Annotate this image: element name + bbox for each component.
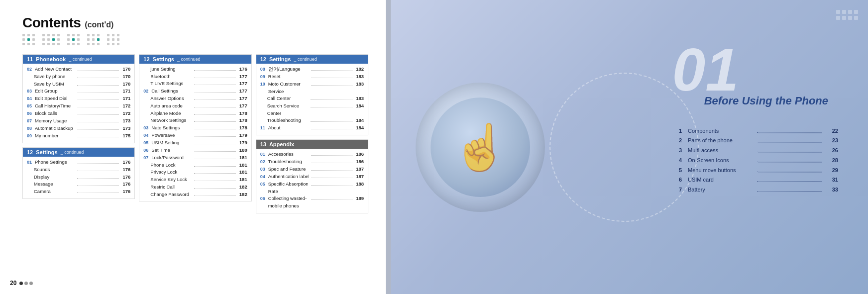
section-appendix: 13 Appendix 01Accessories186 02Troublesh… bbox=[256, 139, 368, 213]
chapter-number: 01 bbox=[672, 40, 739, 99]
section-settings-col2-content: june Setting176 Bluetooth177 T LIVE Sett… bbox=[139, 64, 251, 201]
toc-entry: 05Call History/Time172 bbox=[27, 102, 130, 110]
section-settings-col3: 12 Settings _ continued 08언어/Language182… bbox=[256, 54, 368, 135]
toc-entry: 04Powersave179 bbox=[143, 132, 247, 139]
page-dot-1 bbox=[19, 282, 23, 285]
dot bbox=[37, 34, 40, 36]
toc-entry: 02Call Settings177 bbox=[143, 88, 247, 95]
page-dot-2 bbox=[24, 282, 28, 285]
dot bbox=[77, 43, 80, 45]
dot-row-2 bbox=[22, 38, 368, 41]
toc-entry: T LIVE Settings177 bbox=[143, 80, 247, 88]
section-appendix-content: 01Accessories186 02Troubleshooting186 03… bbox=[256, 149, 368, 213]
page-dot-3 bbox=[29, 282, 33, 285]
toc-entry: june Setting176 bbox=[143, 66, 247, 73]
section-settings-col1-header: 12 Settings _ continued bbox=[23, 148, 134, 157]
dot bbox=[107, 34, 109, 36]
dot bbox=[52, 34, 55, 36]
dot bbox=[27, 34, 30, 36]
dot bbox=[97, 43, 100, 45]
toc-entry: 09My number175 bbox=[27, 132, 130, 140]
right-toc-entry: 2 Parts of the phone 23 bbox=[679, 136, 838, 146]
right-page: ☝ 01 Before Using the Phone 1 Components… bbox=[391, 0, 868, 294]
dot-row-1 bbox=[22, 34, 368, 36]
toc-entry: 04Edit Speed Dial171 bbox=[27, 95, 130, 102]
dot bbox=[57, 43, 60, 45]
toc-entry: Answer Options177 bbox=[143, 95, 247, 102]
toc-entry: Auto area code177 bbox=[143, 102, 247, 110]
toc-entry: 05Specific Absorption Rate188 bbox=[260, 181, 364, 195]
right-toc: 1 Components 22 2 Parts of the phone 23 … bbox=[679, 126, 838, 196]
corner-dot bbox=[854, 16, 858, 20]
toc-entry: Bluetooth177 bbox=[143, 73, 247, 81]
dot bbox=[67, 34, 70, 36]
dot bbox=[92, 34, 95, 36]
dot bbox=[62, 43, 65, 45]
dot bbox=[87, 43, 90, 45]
right-toc-entry: 5 Menu move buttons 29 bbox=[679, 166, 838, 176]
corner-decoration bbox=[836, 10, 858, 20]
toc-entry: 11About184 bbox=[260, 124, 364, 132]
toc-entry: 01Phone Settings176 bbox=[27, 159, 130, 166]
section-phonebook: 11 Phonebook _ continued 02Add New Conta… bbox=[22, 54, 135, 143]
toc-entry: Camera176 bbox=[27, 188, 130, 196]
page-spine bbox=[386, 0, 391, 294]
dot bbox=[37, 43, 40, 45]
columns-wrapper: 11 Phonebook _ continued 02Add New Conta… bbox=[22, 54, 368, 279]
corner-dot bbox=[836, 16, 840, 20]
toc-entry: Display176 bbox=[27, 174, 130, 181]
dot bbox=[117, 38, 119, 41]
column-3: 12 Settings _ continued 08언어/Language182… bbox=[256, 54, 368, 279]
dot bbox=[47, 43, 50, 45]
dot bbox=[87, 34, 90, 36]
toc-entry: Message176 bbox=[27, 181, 130, 188]
page-title-sub: (cont'd) bbox=[85, 20, 113, 29]
toc-entry: Change Password182 bbox=[143, 191, 247, 198]
toc-entry: Privacy Lock181 bbox=[143, 169, 247, 176]
section-phonebook-content: 02Add New Contact170 Save by phone170 Sa… bbox=[23, 64, 134, 143]
dot bbox=[42, 34, 45, 36]
section-phonebook-continued: _ continued bbox=[69, 57, 92, 62]
toc-entry: Call Center183 bbox=[260, 95, 364, 102]
dot bbox=[92, 38, 95, 41]
corner-dot bbox=[854, 10, 858, 14]
corner-dot bbox=[842, 16, 846, 20]
section-settings-col3-title: Settings bbox=[269, 56, 291, 62]
toc-entry: Sounds176 bbox=[27, 166, 130, 174]
toc-entry: 05USIM Setting179 bbox=[143, 139, 247, 147]
page-title-main: Contents bbox=[22, 15, 81, 31]
right-toc-entry: 7 Battery 33 bbox=[679, 186, 838, 196]
dot bbox=[62, 34, 65, 36]
dot bbox=[112, 43, 114, 45]
dot bbox=[22, 38, 25, 41]
toc-entry: Search Service Center184 bbox=[260, 102, 364, 117]
dot bbox=[107, 38, 109, 41]
dot bbox=[102, 34, 105, 36]
section-settings-col2: 12 Settings _ continued june Setting176 … bbox=[139, 54, 251, 201]
dot bbox=[112, 38, 114, 41]
toc-entry: Phone Lock181 bbox=[143, 162, 247, 169]
dot bbox=[57, 34, 60, 36]
column-2: 12 Settings _ continued june Setting176 … bbox=[139, 54, 251, 279]
dot bbox=[102, 38, 105, 41]
section-settings-col2-continued: _ continued bbox=[177, 57, 201, 62]
section-phonebook-num: 11 bbox=[27, 56, 33, 62]
dot bbox=[67, 38, 70, 41]
section-settings-col3-continued: _ continued bbox=[294, 57, 317, 62]
toc-entry: Restric Call182 bbox=[143, 184, 247, 191]
section-settings-col2-title: Settings bbox=[153, 56, 174, 62]
dot bbox=[57, 38, 60, 41]
toc-entry: 04Authentication label187 bbox=[260, 173, 364, 181]
dot bbox=[67, 43, 70, 45]
dot bbox=[82, 34, 85, 36]
dot bbox=[32, 43, 35, 45]
dot bbox=[27, 43, 30, 45]
toc-entry: 03Nate Settings178 bbox=[143, 124, 247, 132]
toc-entry: 10Moto Customer Service183 bbox=[260, 81, 364, 95]
dot bbox=[107, 43, 109, 45]
page-number-area: 20 bbox=[10, 280, 33, 287]
dot bbox=[52, 38, 55, 41]
section-settings-col1-num: 12 bbox=[27, 149, 33, 155]
dot bbox=[117, 34, 119, 36]
dot bbox=[62, 38, 65, 41]
